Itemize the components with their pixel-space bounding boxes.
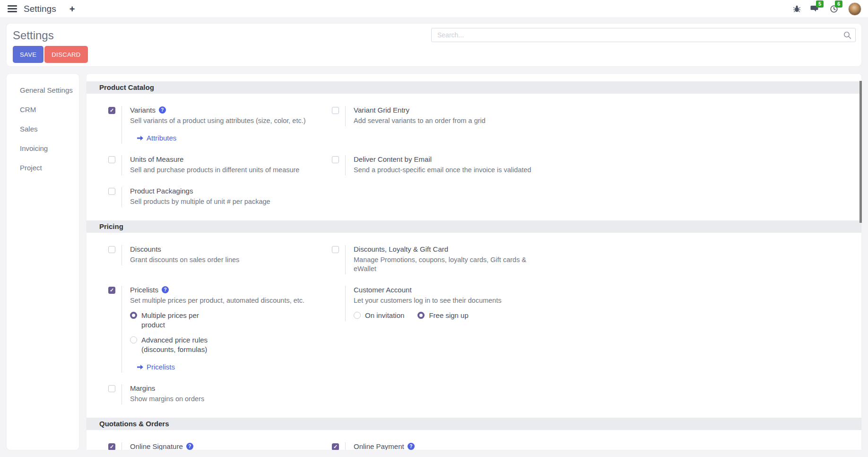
online-payment-checkbox[interactable] <box>332 443 339 450</box>
setting-desc: Sell products by multiple of unit # per … <box>130 197 270 206</box>
help-icon[interactable] <box>162 286 169 293</box>
sidebar-item-invoicing[interactable]: Invoicing <box>7 139 79 158</box>
search-icon[interactable] <box>843 31 851 41</box>
setting-product-packagings: Product Packagings Sell products by mult… <box>108 187 332 207</box>
setting-label[interactable]: Product Packagings <box>130 187 193 195</box>
online-signature-checkbox[interactable] <box>108 443 115 450</box>
setting-desc: Manage Promotions, coupons, loyalty card… <box>354 255 541 273</box>
setting-label[interactable]: Variant Grid Entry <box>354 106 409 114</box>
activities-count-badge: 6 <box>835 0 842 8</box>
setting-customer-account: Customer Account Let your customers log … <box>332 286 861 321</box>
variant-grid-entry-checkbox[interactable] <box>332 107 339 114</box>
section-header-quotations-orders: Quotations & Orders <box>87 418 861 430</box>
radio-button[interactable] <box>417 312 425 319</box>
setting-desc: Grant discounts on sales order lines <box>130 255 239 264</box>
setting-variant-grid-entry: Variant Grid Entry Add several variants … <box>332 106 861 126</box>
radio-free-sign-up[interactable]: Free sign up <box>417 311 468 320</box>
help-icon[interactable] <box>186 443 193 450</box>
help-icon[interactable] <box>408 443 415 450</box>
activities-icon[interactable]: 6 <box>829 4 839 14</box>
radio-button[interactable] <box>354 312 361 319</box>
radio-button[interactable] <box>130 312 137 319</box>
section-quotations-orders: Online Signature Request an online signa… <box>87 430 861 450</box>
pricelists-checkbox[interactable] <box>108 287 115 294</box>
setting-discounts-loyalty-gift-card: Discounts, Loyalty & Gift Card Manage Pr… <box>332 245 861 274</box>
setting-desc: Add several variants to an order from a … <box>354 116 486 125</box>
setting-label[interactable]: Online Payment <box>354 442 404 450</box>
setting-pricelists: Pricelists Set multiple prices per produ… <box>108 286 332 373</box>
arrow-right-icon <box>137 135 143 141</box>
setting-label[interactable]: Margins <box>130 384 155 392</box>
setting-deliver-content-by-email: Deliver Content by Email Send a product-… <box>332 155 861 176</box>
user-avatar[interactable] <box>848 2 861 16</box>
sidebar-item-sales[interactable]: Sales <box>7 119 79 139</box>
top-navbar: Settings + 5 6 <box>0 0 868 18</box>
search-bar <box>431 28 856 42</box>
setting-label[interactable]: Units of Measure <box>130 155 183 163</box>
setting-desc: Let your customers log in to see their d… <box>354 296 502 305</box>
discard-button[interactable]: DISCARD <box>44 46 87 63</box>
section-header-product-catalog: Product Catalog <box>87 81 861 94</box>
setting-units-of-measure: Units of Measure Sell and purchase produ… <box>108 155 332 176</box>
setting-desc: Set multiple prices per product, automat… <box>130 296 304 305</box>
sidebar-item-general-settings[interactable]: General Settings <box>7 80 79 100</box>
section-product-catalog: Variants Sell variants of a product usin… <box>87 94 861 220</box>
section-header-pricing: Pricing <box>87 220 861 233</box>
settings-header: Settings SAVE DISCARD <box>7 24 861 66</box>
sidebar-item-crm[interactable]: CRM <box>7 100 79 119</box>
arrow-right-icon <box>137 364 143 370</box>
attributes-link[interactable]: Attributes <box>137 134 306 142</box>
units-of-measure-checkbox[interactable] <box>108 156 115 163</box>
discounts-checkbox[interactable] <box>108 246 115 253</box>
sidebar-item-project[interactable]: Project <box>7 158 79 177</box>
settings-main-panel: Product Catalog Variants Sell variants o… <box>87 74 861 450</box>
setting-desc: Sell variants of a product using attribu… <box>130 116 306 125</box>
radio-on-invitation[interactable]: On invitation <box>354 311 404 320</box>
setting-online-signature: Online Signature Request an online signa… <box>108 442 332 450</box>
scrollbar[interactable] <box>859 81 862 450</box>
setting-label[interactable]: Discounts, Loyalty & Gift Card <box>354 245 448 253</box>
setting-online-payment: Online Payment Request an online payment… <box>332 442 861 450</box>
setting-variants: Variants Sell variants of a product usin… <box>108 106 332 144</box>
discounts-loyalty-checkbox[interactable] <box>332 246 339 253</box>
pricelists-link[interactable]: Pricelists <box>137 363 304 371</box>
setting-desc: Show margins on orders <box>130 395 204 404</box>
setting-discounts: Discounts Grant discounts on sales order… <box>108 245 332 265</box>
variants-checkbox[interactable] <box>108 107 115 114</box>
margins-checkbox[interactable] <box>108 385 115 392</box>
radio-advanced-price-rules[interactable]: Advanced price rules (discounts, formula… <box>130 335 304 354</box>
help-icon[interactable] <box>159 106 166 114</box>
deliver-content-checkbox[interactable] <box>332 156 339 163</box>
setting-desc: Send a product-specific email once the i… <box>354 166 531 175</box>
setting-label: Customer Account <box>354 286 412 294</box>
navbar-systray: 5 6 <box>793 2 861 16</box>
app-menu-title[interactable]: Settings <box>24 4 56 14</box>
setting-label[interactable]: Pricelists <box>130 286 158 294</box>
hamburger-menu-icon[interactable] <box>8 5 17 12</box>
radio-multiple-prices-per-product[interactable]: Multiple prices per product <box>130 311 304 330</box>
save-button[interactable]: SAVE <box>13 46 43 63</box>
section-pricing: Discounts Grant discounts on sales order… <box>87 233 861 418</box>
settings-page: Settings SAVE DISCARD General Settings C… <box>0 18 868 450</box>
setting-margins: Margins Show margins on orders <box>108 384 332 404</box>
setting-label[interactable]: Deliver Content by Email <box>354 155 432 163</box>
search-input[interactable] <box>431 28 856 42</box>
setting-label[interactable]: Discounts <box>130 245 161 253</box>
settings-sidebar: General Settings CRM Sales Invoicing Pro… <box>7 74 79 450</box>
radio-button[interactable] <box>130 336 137 343</box>
messages-count-badge: 5 <box>816 0 824 8</box>
add-tab-button[interactable]: + <box>69 4 75 14</box>
setting-label[interactable]: Online Signature <box>130 442 183 450</box>
bug-icon[interactable] <box>793 5 801 13</box>
setting-desc: Sell and purchase products in different … <box>130 166 299 175</box>
setting-label[interactable]: Variants <box>130 106 156 114</box>
product-packagings-checkbox[interactable] <box>108 188 115 195</box>
scrollbar-thumb[interactable] <box>859 81 862 223</box>
messages-icon[interactable]: 5 <box>810 4 820 13</box>
